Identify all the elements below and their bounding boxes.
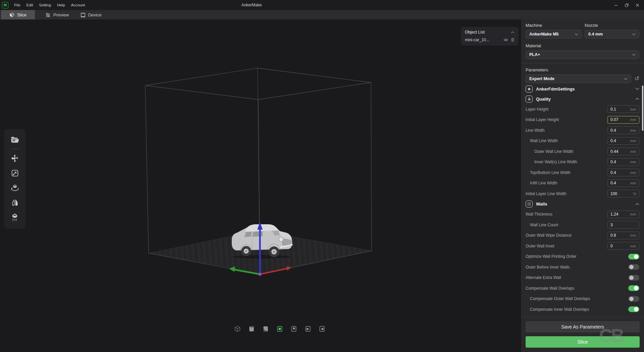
title-bar: M File Edit Setting Help Account AnkerMa… [0, 0, 644, 10]
param-input[interactable]: 100 % [607, 190, 639, 197]
menu-help[interactable]: Help [54, 0, 68, 10]
machine-select[interactable]: AnkerMake M5 [526, 30, 582, 39]
param-unit: mm [630, 160, 636, 164]
param-input[interactable]: 3 [607, 221, 639, 229]
material-select[interactable]: PLA+ [526, 50, 639, 59]
front-view-cube[interactable] [276, 326, 283, 332]
tab-slice[interactable]: Slice [1, 10, 35, 19]
machine-value: AnkerMake M5 [529, 32, 559, 37]
back-view-cube[interactable] [290, 326, 297, 332]
panel-scrollbar[interactable] [642, 85, 643, 131]
param-label: Layer Height [526, 107, 548, 112]
param-label: Compensate Outer Wall Overlaps [526, 296, 590, 301]
param-row: Wall Line Width 0.4 mm [526, 136, 639, 146]
iso-view-cube[interactable] [234, 326, 241, 332]
section-title: Walls [536, 201, 632, 207]
top-view-cube[interactable] [248, 326, 255, 332]
app-logo: M [2, 2, 8, 8]
scale-icon[interactable] [4, 166, 25, 180]
param-unit: mm [630, 150, 636, 154]
material-label: Material [526, 43, 639, 48]
nozzle-select[interactable]: 0.4 mm [585, 30, 639, 39]
viewport-3d[interactable]: Object List mini-car_10... [0, 19, 521, 352]
param-row: Compensate Wall Overlaps [526, 283, 639, 294]
open-file-icon[interactable] [4, 132, 25, 147]
param-input[interactable]: 1.24 mm [607, 211, 639, 218]
menu-setting[interactable]: Setting [36, 0, 54, 10]
collapse-chevron-up-icon[interactable] [511, 31, 515, 34]
reset-parameters-icon[interactable]: ↺ [635, 75, 639, 82]
chevron-down-icon [575, 33, 578, 36]
param-input[interactable]: 0.07 mm [607, 116, 639, 124]
object-list-item[interactable]: mini-car_10... [465, 38, 515, 42]
toggle-switch[interactable] [628, 306, 639, 312]
delete-trash-icon[interactable] [511, 38, 515, 42]
param-label: Outer Wall Line Width [526, 149, 573, 154]
param-label: Infill Line Width [526, 181, 557, 185]
left-toolbar [4, 129, 25, 229]
tab-preview[interactable]: Preview [41, 10, 73, 19]
param-label: Outer Wall Wipe Distance [526, 233, 572, 238]
param-input[interactable]: 0.4 mm [607, 158, 639, 166]
toggle-switch[interactable] [628, 296, 639, 302]
rotate-icon[interactable] [4, 180, 25, 195]
support-icon[interactable] [4, 210, 25, 225]
chevron-up-icon[interactable] [635, 98, 639, 100]
param-input[interactable]: 0.8 mm [607, 232, 639, 239]
section-walls[interactable]: Walls [526, 199, 639, 209]
left-view-cube[interactable] [305, 326, 311, 332]
toggle-switch[interactable] [628, 275, 639, 281]
param-value: 0.4 [610, 170, 616, 175]
move-icon[interactable] [4, 151, 25, 166]
restore-icon[interactable] [621, 0, 632, 10]
toggle-knob [629, 297, 634, 301]
chevron-up-icon[interactable] [635, 203, 639, 206]
tab-device[interactable]: Device [76, 10, 105, 19]
param-input[interactable]: 0.4 mm [607, 137, 639, 145]
param-label: Compensate Wall Overlaps [526, 286, 575, 291]
menu-account[interactable]: Account [68, 0, 88, 10]
mirror-icon[interactable] [4, 195, 25, 210]
toggle-switch[interactable] [628, 264, 639, 270]
chevron-down-icon[interactable] [635, 87, 639, 90]
param-input[interactable]: 0.4 mm [607, 126, 639, 134]
visibility-eye-icon[interactable] [503, 38, 508, 42]
param-label: Compensate Inner Wall Overlaps [526, 307, 589, 312]
slice-button[interactable]: Slice [526, 336, 640, 348]
param-value: 0.4 [610, 160, 616, 164]
menu-file[interactable]: File [11, 0, 23, 10]
param-value: 0.8 [610, 233, 616, 238]
right-view-cube[interactable] [319, 326, 325, 332]
section-quality[interactable]: Quality [526, 94, 639, 104]
tab-preview-label: Preview [53, 12, 69, 17]
quality-doc-icon [526, 96, 533, 103]
menu-bar: File Edit Setting Help Account [11, 0, 88, 10]
param-label: Wall Line Count [526, 223, 558, 227]
param-input[interactable]: 0.44 mm [607, 148, 639, 155]
param-value: 0.44 [610, 149, 618, 154]
param-row: Wall Thickness 1.24 mm [526, 209, 639, 220]
param-label: Outer Before Inner Walls [526, 265, 570, 270]
param-row: Line Width 0.4 mm [526, 125, 639, 136]
param-input[interactable]: 0.1 mm [607, 105, 639, 113]
close-icon[interactable] [632, 0, 643, 10]
settings-panel: Machine AnkerMake M5 Nozzle 0.4 mm Mater… [521, 19, 644, 352]
menu-edit[interactable]: Edit [23, 0, 36, 10]
view-orientation-bar [234, 326, 325, 332]
chevron-down-icon [624, 78, 628, 80]
param-label: Line Width [526, 128, 545, 133]
param-input[interactable]: 0.4 mm [607, 169, 639, 176]
toggle-switch[interactable] [628, 285, 639, 291]
param-input[interactable]: 0.4 mm [607, 179, 639, 187]
param-unit: mm [630, 139, 636, 143]
bottom-view-cube[interactable] [262, 326, 269, 332]
toggle-switch[interactable] [628, 254, 639, 259]
save-as-parameters-button[interactable]: Save As Parameters [526, 321, 640, 333]
param-row: Initial Layer Height 0.07 mm [526, 115, 639, 125]
minimize-icon[interactable] [610, 0, 621, 10]
section-ankerfdmsettings[interactable]: ★ AnkerFdmSettings [526, 84, 639, 94]
toggle-knob [629, 265, 634, 269]
nozzle-label: Nozzle [585, 23, 639, 28]
param-input[interactable]: 0 mm [607, 242, 639, 250]
parameters-mode-select[interactable]: Expert Mode [526, 74, 631, 83]
